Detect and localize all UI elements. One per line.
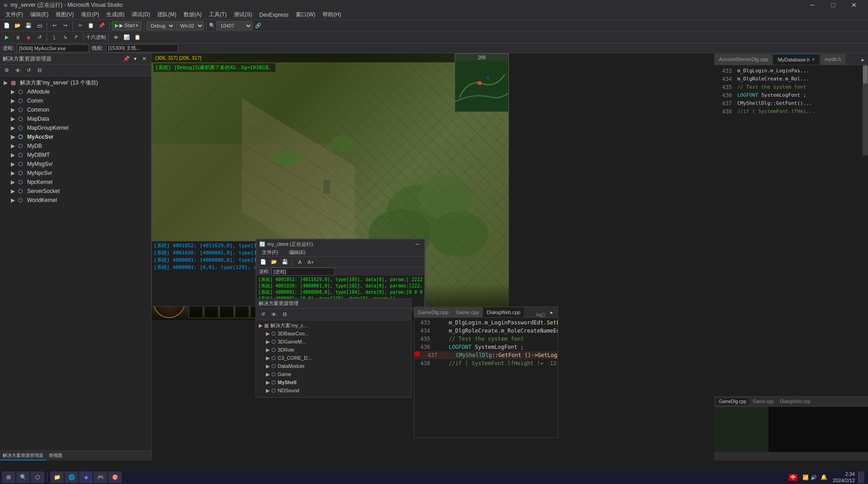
project-comm[interactable]: ▶ ⬡ Comm — [0, 96, 151, 105]
open-btn[interactable]: 📂 — [13, 21, 23, 31]
save-all-btn[interactable]: 🗃 — [34, 21, 44, 31]
show-desktop-btn[interactable] — [859, 471, 864, 483]
pin-btn[interactable]: 📌 — [122, 55, 130, 63]
watch-btn[interactable]: 👁 — [111, 33, 121, 42]
start-menu-btn[interactable]: ⊞ — [2, 471, 15, 483]
right-code-area[interactable]: 433 m_DlgLogin.m_LoginPas... 434 m_DlgRo… — [714, 65, 868, 396]
platform-dropdown[interactable]: Win32 — [176, 21, 204, 30]
menu-devexpress[interactable]: DevExpress — [256, 11, 292, 19]
client-process-input[interactable] — [271, 268, 335, 276]
tab-game[interactable]: Game.cpp — [452, 307, 483, 317]
notification-btn[interactable]: 🔔 — [819, 471, 829, 483]
project-mymsgsrv[interactable]: ▶ ⬡ MyMsgSvr — [0, 160, 151, 169]
client-minimize-btn[interactable]: ─ — [413, 240, 422, 248]
attach-btn[interactable]: 🔗 — [253, 21, 263, 31]
project-aimodule[interactable]: ▶ ⬡ AiModule — [0, 87, 151, 96]
client-tb-fontsz[interactable]: A+ — [306, 257, 316, 267]
sub-show-all-btn[interactable]: 👁 — [269, 310, 279, 320]
menu-team[interactable]: 团队(M) — [154, 10, 180, 19]
process-input[interactable] — [17, 44, 89, 52]
menu-edit[interactable]: 编辑(E) — [27, 10, 52, 19]
project-mydbmt[interactable]: ▶ ⬡ MyDBMT — [0, 150, 151, 160]
rb-tab-1[interactable]: GameDlg.cpp — [716, 398, 749, 405]
search-btn[interactable]: 🔍 — [16, 471, 30, 483]
game-btn-2[interactable]: 🎯 — [108, 471, 122, 483]
client-menu-edit[interactable]: 编辑(E) — [285, 248, 309, 257]
sub-item-datamodule[interactable]: ▶ ⬡ DataModule — [256, 362, 411, 370]
callstack-btn[interactable]: 📋 — [133, 33, 142, 42]
paste-btn[interactable]: 📌 — [97, 21, 107, 31]
game-btn-1[interactable]: 🎮 — [94, 471, 107, 483]
explorer-btn[interactable]: 📁 — [50, 471, 64, 483]
menu-project[interactable]: 项目(P) — [77, 10, 103, 19]
tab-gamedlg[interactable]: GameDlg.cpp — [414, 307, 452, 317]
tab-mydb-h[interactable]: mydb.h — [820, 54, 846, 65]
project-mapdata[interactable]: ▶ ⬡ MapData — [0, 114, 151, 123]
right-scrollbar[interactable] — [863, 65, 868, 155]
sub-item-3dbasecoo[interactable]: ▶ ⬡ 3DBaseCoo... — [256, 329, 411, 338]
restart-btn[interactable]: ↺ — [34, 33, 44, 42]
rb-tab-3[interactable]: DialogWeb.cpp — [777, 398, 813, 405]
continue-btn[interactable]: ▶ — [2, 33, 12, 42]
sub-item-myshell[interactable]: ▶ ⬡ MyShell — [256, 378, 411, 386]
undo-btn[interactable]: ↩ — [49, 21, 59, 31]
cut-btn[interactable]: ✂ — [75, 21, 85, 31]
project-myaccsrv[interactable]: ▶ ⬡ MyAccSvr — [0, 132, 151, 141]
sub-item-ndsound[interactable]: ▶ ⬡ NDSound — [256, 386, 411, 395]
step-into-btn[interactable]: ↳ — [60, 33, 70, 42]
se-collapse-btn[interactable]: ⊟ — [34, 66, 44, 75]
project-mynpcsrv[interactable]: ▶ ⬡ MyNpcSvr — [0, 169, 151, 178]
thread-input[interactable] — [106, 44, 178, 52]
menu-view[interactable]: 视图(V) — [52, 10, 77, 19]
code-scroll-right[interactable]: ▸ — [547, 307, 557, 317]
sub-item-c3core[interactable]: ▶ ⬡ C3_CORE_D... — [256, 354, 411, 362]
project-serversocket[interactable]: ▶ ⬡ ServerSocket — [0, 187, 151, 196]
menu-tools[interactable]: 工具(T) — [205, 10, 230, 19]
tab-mydatabase-h[interactable]: MyDatabase.h ✕ — [773, 54, 820, 65]
client-tb-2[interactable]: 📂 — [269, 257, 279, 267]
step-out-btn[interactable]: ↱ — [71, 33, 81, 42]
sub-item-game[interactable]: ▶ ⬡ Game — [256, 370, 411, 378]
close-button[interactable]: ✕ — [844, 0, 864, 10]
sub-collapse-btn[interactable]: ⊟ — [280, 310, 289, 320]
tab-dialogweb[interactable]: DialogWeb.cpp — [483, 307, 524, 317]
redo-btn[interactable]: ↪ — [60, 21, 70, 31]
sub-item-3dgamem[interactable]: ▶ ⬡ 3DGameM... — [256, 338, 411, 346]
menu-debug[interactable]: 调试(D) — [128, 10, 154, 19]
tab-scroll-right[interactable]: ▸ — [858, 55, 868, 65]
project-mydb[interactable]: ▶ ⬡ MyDB — [0, 141, 151, 150]
locals-btn[interactable]: 📊 — [122, 33, 132, 42]
tab-solution-explorer[interactable]: 解决方案资源管理器 — [0, 451, 46, 461]
save-btn[interactable]: 💾 — [24, 21, 33, 31]
process-id-dropdown[interactable]: 10407 — [216, 21, 252, 30]
menu-window[interactable]: 窗口(W) — [292, 10, 319, 19]
new-project-btn[interactable]: 📄 — [2, 21, 12, 31]
menu-help[interactable]: 帮助(H) — [319, 10, 345, 19]
minimize-button[interactable]: ─ — [802, 0, 823, 10]
tab-class-view[interactable]: 类视图 — [46, 451, 65, 461]
project-common[interactable]: ▶ ⬡ Common — [0, 105, 151, 114]
project-mapgroupkernel[interactable]: ▶ ⬡ MapGroupKernel — [0, 123, 151, 132]
config-dropdown[interactable]: Debug — [147, 21, 175, 30]
project-npckernel[interactable]: ▶ ⬡ NpcKernel — [0, 178, 151, 187]
menu-test[interactable]: 测试(S) — [230, 10, 256, 19]
maximize-button[interactable]: □ — [823, 0, 844, 10]
tab-close-btn[interactable]: ✕ — [811, 57, 815, 62]
menu-file[interactable]: 文件(F) — [2, 10, 27, 19]
panel-close-btn[interactable]: ✕ — [140, 55, 148, 63]
sub-item-solution[interactable]: ▶ ▩ 解决方案'my_c... — [256, 321, 411, 329]
project-worldkernel[interactable]: ▶ ⬡ WorldKernel — [0, 196, 151, 205]
step-over-btn[interactable]: ⤵ — [49, 33, 59, 42]
client-tb-1[interactable]: 📄 — [258, 257, 268, 267]
rb-tab-2[interactable]: Game.cpp — [750, 398, 776, 405]
client-tb-font[interactable]: A — [295, 257, 305, 267]
client-tb-3[interactable]: 💾 — [280, 257, 290, 267]
client-menu-file[interactable]: 文件(F) — [258, 248, 282, 257]
menu-data[interactable]: 数据(A) — [180, 10, 205, 19]
sub-refresh-btn[interactable]: ↺ — [258, 310, 268, 320]
se-refresh-btn[interactable]: ↺ — [24, 66, 33, 75]
pause-btn[interactable]: ⏸ — [13, 33, 23, 42]
copy-btn[interactable]: 📋 — [86, 21, 96, 31]
solution-root[interactable]: ▶ ▩ 解决方案'my_server' (13 个项目) — [0, 78, 151, 87]
sub-item-3drole[interactable]: ▶ ⬡ 3DRole — [256, 346, 411, 354]
